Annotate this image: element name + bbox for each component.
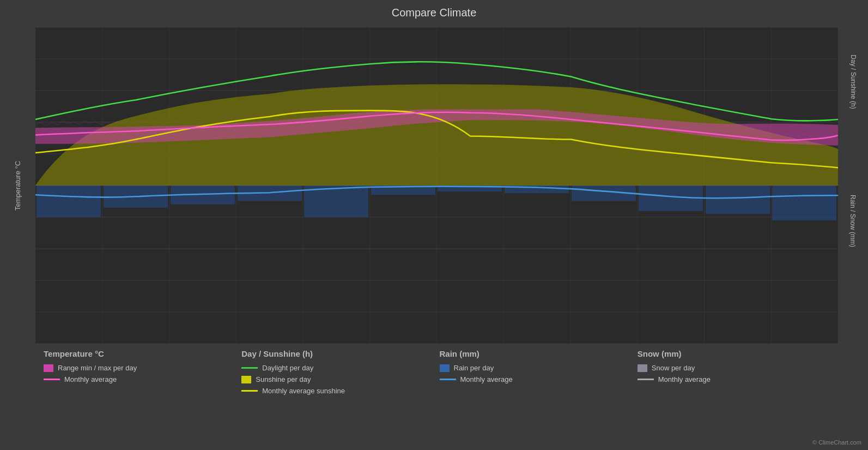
legend-item-daylight: Daylight per day <box>241 364 428 372</box>
legend-label-daylight: Daylight per day <box>262 364 313 372</box>
legend-label-sunshine-avg: Monthly average sunshine <box>262 387 345 395</box>
legend-col-snow: Snow (mm) Snow per day Monthly average <box>638 349 824 445</box>
legend-item-sunshine-avg: Monthly average sunshine <box>241 387 428 395</box>
legend-col-sunshine: Day / Sunshine (h) Daylight per day Suns… <box>241 349 428 445</box>
axis-label-rain: Rain / Snow (mm) <box>838 153 868 289</box>
chart-svg: 50 40 30 20 10 0 -10 -20 -30 -40 -50 24 … <box>35 27 838 344</box>
legend-line-daylight <box>241 367 258 369</box>
legend-label-temp-avg: Monthly average <box>64 375 117 383</box>
legend-title-temperature: Temperature °C <box>44 349 230 358</box>
legend-item-rain-avg: Monthly average <box>440 375 627 383</box>
page-title: Compare Climate <box>0 0 868 19</box>
legend-swatch-snow <box>638 364 647 372</box>
legend-title-rain: Rain (mm) <box>440 349 627 358</box>
legend-col-rain: Rain (mm) Rain per day Monthly average <box>440 349 627 445</box>
legend-line-temp-avg <box>44 379 60 380</box>
legend-label-snow-avg: Monthly average <box>658 375 711 383</box>
legend-title-sunshine: Day / Sunshine (h) <box>241 349 428 358</box>
legend-item-snow-avg: Monthly average <box>638 375 824 383</box>
legend-line-sunshine-avg <box>241 390 258 392</box>
legend-item-temp-avg: Monthly average <box>44 375 230 383</box>
legend-label-snow-range: Snow per day <box>652 364 695 372</box>
legend-swatch-rain <box>440 364 450 372</box>
legend-line-rain-avg <box>440 379 456 380</box>
legend-swatch-temp-range <box>44 364 53 372</box>
legend-item-sunshine-range: Sunshine per day <box>241 375 428 383</box>
main-container: Compare Climate Funchal Funchal ClimeCha… <box>0 0 868 450</box>
legend-line-snow-avg <box>638 379 654 380</box>
svg-rect-69 <box>772 185 836 220</box>
legend-label-rain-range: Rain per day <box>454 364 494 372</box>
legend-area: Temperature °C Range min / max per day M… <box>0 344 868 450</box>
legend-col-temperature: Temperature °C Range min / max per day M… <box>44 349 230 445</box>
legend-label-temp-range: Range min / max per day <box>58 364 137 372</box>
copyright-text: © ClimeChart.com <box>812 439 861 446</box>
legend-item-temp-range: Range min / max per day <box>44 364 230 372</box>
chart-area: 50 40 30 20 10 0 -10 -20 -30 -40 -50 24 … <box>35 27 838 344</box>
axis-label-temperature: Temperature °C <box>0 27 35 344</box>
axis-label-sunshine: Day / Sunshine (h) <box>838 27 868 136</box>
legend-title-snow: Snow (mm) <box>638 349 824 358</box>
legend-item-rain-range: Rain per day <box>440 364 627 372</box>
svg-rect-68 <box>706 185 770 214</box>
legend-label-sunshine-range: Sunshine per day <box>256 375 311 383</box>
legend-label-rain-avg: Monthly average <box>460 375 513 383</box>
legend-swatch-sunshine <box>241 376 251 383</box>
svg-rect-58 <box>37 185 101 217</box>
legend-item-snow-range: Snow per day <box>638 364 824 372</box>
